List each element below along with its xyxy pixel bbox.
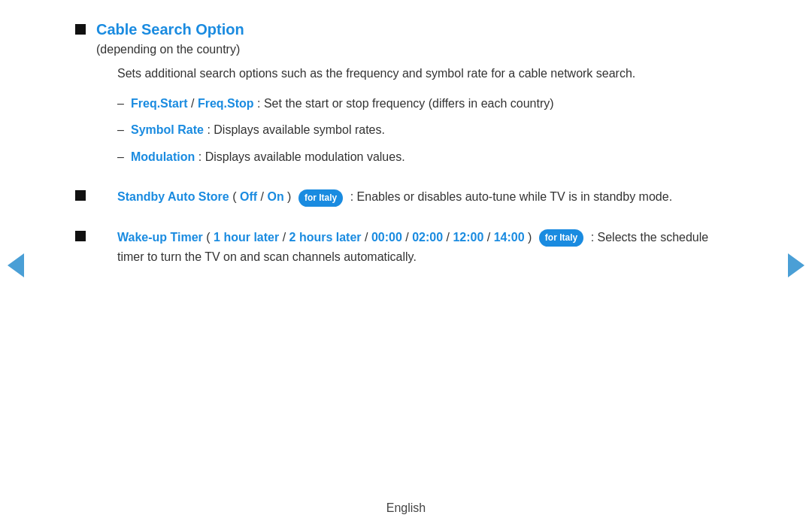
- modulation-desc: : Displays available modulation values.: [198, 150, 405, 163]
- cable-search-section: Cable Search Option (depending on the co…: [75, 21, 722, 166]
- freq-separator: /: [191, 97, 198, 110]
- wakeup-option-1h: 1 hour later: [214, 231, 279, 244]
- wakeup-option-2h: 2 hours later: [289, 231, 362, 244]
- footer-language: English: [386, 501, 426, 515]
- wakeup-slash-1: /: [283, 231, 289, 244]
- bullet-square-icon-3: [75, 231, 86, 241]
- standby-option-off: Off: [240, 190, 257, 203]
- standby-content: Standby Auto Store ( Off / On ) for Ital…: [117, 187, 672, 207]
- freq-start-term: Freq.Start: [131, 97, 188, 110]
- wakeup-slash-5: /: [487, 231, 494, 244]
- wakeup-option-0000: 00:00: [371, 231, 402, 244]
- nav-arrow-left[interactable]: [8, 253, 24, 277]
- standby-auto-store-section: Standby Auto Store ( Off / On ) for Ital…: [75, 187, 722, 207]
- nav-arrow-right[interactable]: [788, 253, 804, 277]
- standby-option-on: On: [267, 190, 283, 203]
- cable-search-heading: Cable Search Option: [75, 21, 722, 38]
- wakeup-option-1400: 14:00: [494, 231, 525, 244]
- symbol-rate-term: Symbol Rate: [131, 123, 204, 136]
- wakeup-option-0200: 02:00: [412, 231, 443, 244]
- wakeup-timer-section: Wake-up Timer ( 1 hour later / 2 hours l…: [75, 228, 722, 266]
- standby-heading: Standby Auto Store ( Off / On ) for Ital…: [75, 187, 722, 207]
- freq-desc: : Set the start or stop frequency (diffe…: [257, 97, 554, 110]
- bullet-square-icon-2: [75, 190, 86, 201]
- wakeup-for-italy-badge: for Italy: [539, 229, 583, 247]
- bullet-item-freq: Freq.Start / Freq.Stop : Set the start o…: [117, 94, 722, 114]
- modulation-term: Modulation: [131, 150, 195, 163]
- bullet-item-symbol-rate: Symbol Rate : Displays available symbol …: [117, 120, 722, 140]
- standby-for-italy-badge: for Italy: [298, 189, 343, 207]
- standby-title: Standby Auto Store: [117, 190, 229, 203]
- standby-text: : Enables or disables auto-tune while TV…: [350, 190, 672, 203]
- wakeup-content: Wake-up Timer ( 1 hour later / 2 hours l…: [117, 228, 722, 266]
- wakeup-slash-3: /: [405, 231, 412, 244]
- wakeup-paren-close: ): [528, 231, 532, 244]
- wakeup-option-1200: 12:00: [453, 231, 483, 244]
- freq-stop-term: Freq.Stop: [198, 97, 254, 110]
- cable-search-subtitle: (depending on the country): [96, 43, 722, 56]
- standby-paren-close: ): [287, 190, 291, 203]
- wakeup-paren-open: (: [206, 231, 210, 244]
- cable-search-bullet-list: Freq.Start / Freq.Stop : Set the start o…: [117, 94, 722, 167]
- symbol-rate-desc: : Displays available symbol rates.: [207, 123, 385, 136]
- cable-search-title: Cable Search Option: [96, 21, 244, 38]
- wakeup-title: Wake-up Timer: [117, 231, 203, 244]
- cable-search-description: Sets additional search options such as t…: [117, 64, 722, 83]
- wakeup-heading: Wake-up Timer ( 1 hour later / 2 hours l…: [75, 228, 722, 266]
- bullet-item-modulation: Modulation : Displays available modulati…: [117, 147, 722, 167]
- wakeup-slash-2: /: [365, 231, 371, 244]
- bullet-square-icon: [75, 24, 86, 35]
- standby-paren-open: (: [232, 190, 236, 203]
